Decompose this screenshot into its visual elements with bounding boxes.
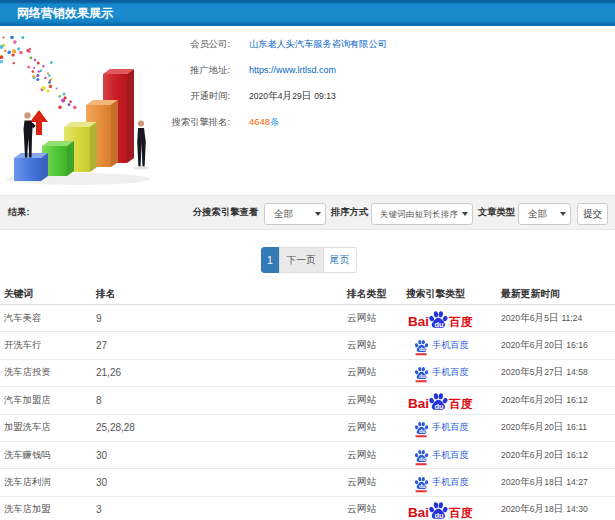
svg-text:du: du (419, 428, 426, 434)
svg-text:du: du (435, 319, 445, 328)
svg-text:du: du (419, 456, 426, 462)
svg-text:Bai: Bai (408, 505, 429, 520)
svg-text:du: du (419, 374, 426, 380)
svg-text:du: du (435, 401, 445, 410)
svg-text:Bai: Bai (408, 314, 429, 329)
svg-text:百度: 百度 (448, 397, 473, 410)
svg-text:百度: 百度 (448, 315, 473, 328)
svg-text:du: du (419, 346, 426, 352)
svg-text:du: du (435, 511, 445, 520)
svg-text:du: du (419, 483, 426, 489)
svg-text:百度: 百度 (448, 506, 473, 519)
svg-text:Bai: Bai (408, 396, 429, 411)
